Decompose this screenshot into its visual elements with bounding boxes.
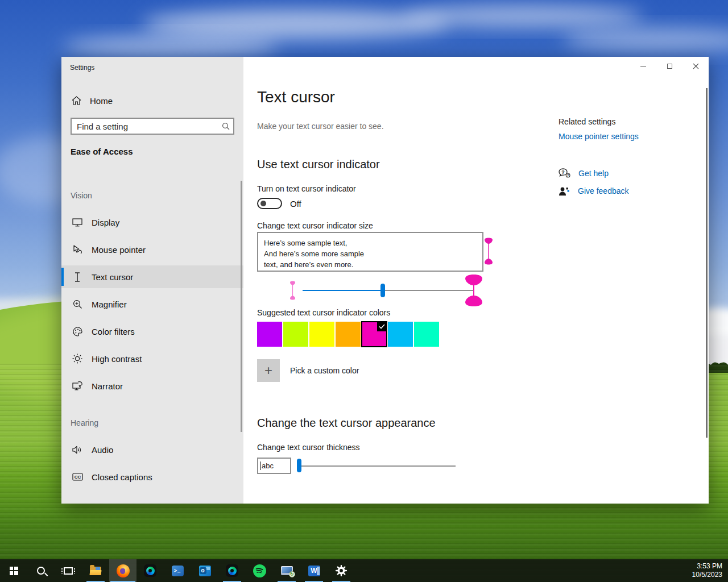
sample-line: And here’s some more sample (264, 248, 482, 259)
get-help-link[interactable]: Get help (578, 169, 609, 178)
thickness-slider (297, 455, 644, 477)
thickness-slider-thumb[interactable] (297, 459, 301, 472)
sidebar-item-display[interactable]: Display (61, 211, 243, 234)
give-feedback-row[interactable]: Give feedback (559, 186, 629, 196)
taskbar-outlook[interactable]: o (191, 559, 218, 582)
start-button[interactable] (0, 559, 27, 582)
webex-icon (144, 564, 156, 577)
taskbar-word[interactable]: W (300, 559, 328, 582)
give-feedback-icon (559, 186, 570, 196)
main-scrollbar[interactable] (706, 88, 708, 438)
taskbar-search-button[interactable] (27, 559, 55, 582)
clock-time: 3:53 PM (697, 562, 722, 571)
sidebar-home-label: Home (90, 96, 113, 106)
sidebar-item-high-contrast[interactable]: High contrast (61, 347, 243, 370)
sidebar-item-label: High contrast (92, 354, 142, 364)
indicator-toggle[interactable] (257, 198, 282, 209)
search-icon (37, 567, 45, 575)
size-label: Change text cursor indicator size (257, 221, 373, 230)
taskbar-firefox[interactable] (109, 559, 136, 582)
taskbar-file-explorer[interactable] (82, 559, 109, 582)
search-input[interactable] (72, 119, 218, 134)
window-controls (630, 57, 709, 75)
audio-icon (72, 444, 83, 455)
get-help-icon: ?? (559, 168, 570, 178)
svg-text:?: ? (561, 169, 565, 175)
size-slider-thumb[interactable] (380, 284, 385, 297)
home-icon (72, 96, 81, 105)
settings-window: Settings Home Ease of Access Vision Disp… (61, 57, 709, 504)
magnifier-icon (72, 298, 83, 310)
toggle-label: Turn on text cursor indicator (257, 184, 356, 193)
sidebar-item-mouse-pointer[interactable]: Mouse pointer (61, 238, 243, 261)
sample-line: text, and here’s even more. (264, 259, 482, 270)
task-view-button[interactable] (55, 559, 82, 582)
category-heading: Ease of Access (71, 147, 133, 156)
windows-logo-icon (10, 567, 18, 575)
section-header-hearing: Hearing (71, 418, 98, 427)
preview-text: abc (262, 462, 274, 470)
sidebar-item-closed-captions[interactable]: CC Closed captions (61, 465, 243, 488)
taskbar-webex-2[interactable] (218, 559, 246, 582)
cursor-thickness-preview: abc (257, 458, 291, 474)
clock-date: 10/5/2023 (692, 571, 722, 579)
color-swatch-magenta-selected[interactable] (362, 322, 387, 347)
sidebar-item-narrator[interactable]: Narrator (61, 375, 243, 397)
indicator-section-heading: Use text cursor indicator (257, 158, 380, 171)
large-indicator-icon (464, 274, 483, 307)
display-icon (72, 217, 83, 228)
color-swatch-orange[interactable] (336, 322, 361, 347)
close-button[interactable] (682, 57, 709, 75)
sidebar-item-audio[interactable]: Audio (61, 438, 243, 461)
firefox-icon (117, 564, 130, 577)
color-swatch-purple[interactable] (257, 322, 282, 347)
color-swatch-lime[interactable] (283, 322, 308, 347)
color-swatch-blue[interactable] (388, 322, 413, 347)
taskbar: >_ o ↻ W 3:53 PM 10/5/2023 (0, 559, 728, 582)
sidebar-item-text-cursor[interactable]: Text cursor (61, 265, 243, 288)
selected-accent-bar (61, 268, 64, 286)
sidebar-item-magnifier[interactable]: Magnifier (61, 293, 243, 315)
sample-text-box: Here’s some sample text, And here’s some… (257, 232, 483, 272)
color-filters-icon (72, 326, 83, 337)
high-contrast-icon (72, 353, 83, 364)
toggle-knob (260, 201, 266, 206)
sidebar-item-label: Text cursor (92, 272, 133, 282)
color-swatch-yellow[interactable] (309, 322, 334, 347)
taskbar-remote-desktop[interactable]: ↻ (273, 559, 300, 582)
outlook-icon: o (199, 566, 211, 576)
plus-icon: + (257, 359, 280, 382)
taskbar-spotify[interactable] (246, 559, 273, 582)
taskbar-settings[interactable] (328, 559, 355, 582)
sample-line: Here’s some sample text, (264, 238, 482, 248)
thickness-slider-track[interactable] (301, 465, 456, 467)
swatch-row (257, 322, 439, 347)
window-title: Settings (70, 64, 94, 72)
maximize-button[interactable] (656, 57, 682, 75)
sidebar-item-label: Narrator (92, 381, 123, 391)
preview-cursor-bar (260, 462, 261, 470)
minimize-button[interactable] (630, 57, 656, 75)
word-icon: W (308, 566, 320, 576)
selected-check-icon (377, 322, 387, 331)
spotify-icon (253, 564, 266, 577)
sidebar-item-color-filters[interactable]: Color filters (61, 320, 243, 343)
sidebar-scrollbar[interactable] (241, 181, 242, 432)
custom-color-label: Pick a custom color (290, 366, 359, 375)
closed-captions-icon: CC (72, 471, 83, 483)
page-subtitle: Make your text cursor easier to see. (257, 122, 384, 131)
size-slider-fill (303, 290, 383, 291)
svg-text:CC: CC (74, 475, 81, 480)
color-swatch-turquoise[interactable] (414, 322, 439, 347)
taskbar-webex[interactable] (136, 559, 164, 582)
mouse-pointer-icon (72, 244, 83, 255)
search-icon[interactable] (218, 122, 233, 130)
taskbar-powershell[interactable]: >_ (164, 559, 191, 582)
give-feedback-link[interactable]: Give feedback (578, 186, 629, 196)
colors-label: Suggested text cursor indicator colors (257, 308, 390, 317)
mouse-pointer-settings-link[interactable]: Mouse pointer settings (559, 132, 639, 141)
taskbar-clock[interactable]: 3:53 PM 10/5/2023 (692, 559, 728, 582)
pick-custom-color-button[interactable]: + Pick a custom color (257, 359, 359, 382)
sidebar-item-home[interactable]: Home (61, 91, 243, 110)
get-help-row[interactable]: ?? Get help (559, 168, 609, 178)
